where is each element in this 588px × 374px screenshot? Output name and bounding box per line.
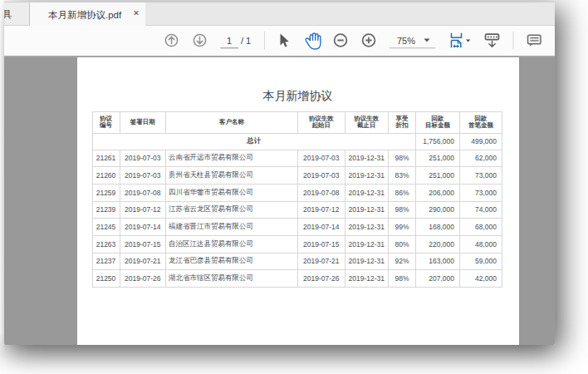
svg-text:/ 1: / 1 <box>241 36 251 46</box>
svg-text:75%: 75% <box>397 36 415 46</box>
svg-text:1: 1 <box>227 36 232 46</box>
